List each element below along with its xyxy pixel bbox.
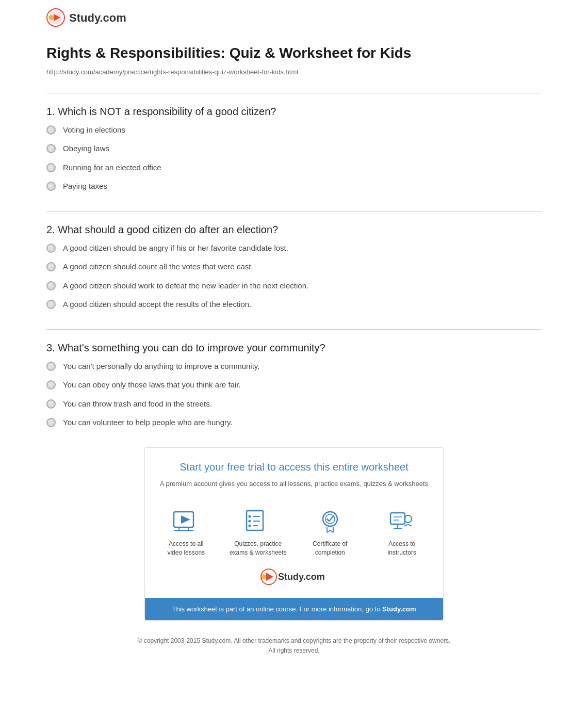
- feature-video: Access to allvideo lessons: [154, 509, 218, 557]
- promo-footer: This worksheet is part of an online cour…: [145, 598, 443, 621]
- question-3: 3. What's something you can do to improv…: [46, 340, 542, 429]
- option-label: Voting in elections: [63, 124, 125, 136]
- logo-text: Study.com: [69, 9, 126, 26]
- promo-subtext: A premium account gives you access to al…: [155, 479, 433, 489]
- page-url: http://study.com/academy/practice/rights…: [46, 67, 542, 77]
- promo-studycom-logo: Study.com: [145, 562, 443, 598]
- list-item[interactable]: You can throw trash and food in the stre…: [46, 398, 542, 410]
- logo-area: Study.com: [46, 8, 542, 27]
- feature-quizzes-label: Quizzes, practiceexams & worksheets: [230, 540, 287, 557]
- question-3-options: You can't personally do anything to impr…: [46, 361, 542, 429]
- radio-icon[interactable]: [46, 182, 56, 191]
- radio-icon[interactable]: [46, 399, 56, 409]
- list-item[interactable]: A good citizen should count all the vote…: [46, 261, 542, 273]
- radio-icon[interactable]: [46, 362, 56, 371]
- feature-certificate-label: Certificate ofcompletion: [313, 540, 347, 557]
- svg-rect-22: [390, 513, 405, 524]
- option-label: Running for an elected office: [63, 162, 161, 174]
- radio-icon[interactable]: [46, 244, 56, 253]
- radio-icon[interactable]: [46, 300, 56, 309]
- radio-icon[interactable]: [46, 125, 56, 135]
- option-label: A good citizen should work to defeat the…: [63, 280, 308, 292]
- page-title: Rights & Responsibilities: Quiz & Worksh…: [46, 42, 542, 64]
- promo-footer-text: This worksheet is part of an online cour…: [172, 605, 382, 613]
- svg-point-10: [249, 515, 251, 518]
- list-item[interactable]: You can volunteer to help people who are…: [46, 417, 542, 429]
- studycom-logo-icon: [46, 8, 65, 27]
- list-item[interactable]: Running for an elected office: [46, 162, 542, 174]
- option-label: A good citizen should accept the results…: [63, 299, 251, 311]
- radio-icon[interactable]: [46, 380, 56, 390]
- promo-features: Access to allvideo lessons Quizzes, prac…: [145, 496, 443, 562]
- divider-q3: [46, 329, 542, 330]
- svg-text:Study.com: Study.com: [278, 572, 325, 582]
- svg-point-30: [261, 574, 266, 579]
- list-item[interactable]: You can't personally do anything to impr…: [46, 361, 542, 372]
- option-label: A good citizen should count all the vote…: [63, 261, 253, 273]
- svg-point-11: [249, 520, 251, 523]
- list-item[interactable]: Voting in elections: [46, 124, 542, 136]
- option-label: Paying taxes: [63, 181, 107, 192]
- option-label: You can throw trash and food in the stre…: [63, 398, 212, 410]
- question-3-text: 3. What's something you can do to improv…: [46, 340, 542, 355]
- question-2: 2. What should a good citizen do after a…: [46, 222, 542, 311]
- svg-point-3: [48, 15, 54, 20]
- list-item[interactable]: Paying taxes: [46, 181, 542, 192]
- studycom-logo-promo: Study.com: [260, 568, 328, 586]
- question-1-text: 1. Which is NOT a responsibility of a go…: [46, 104, 542, 119]
- radio-icon[interactable]: [46, 144, 56, 153]
- question-2-text: 2. What should a good citizen do after a…: [46, 222, 542, 237]
- option-label: You can obey only those laws that you th…: [63, 379, 241, 391]
- copyright-text: © copyright 2003-2015 Study.com. All oth…: [46, 636, 542, 666]
- list-item[interactable]: A good citizen should accept the results…: [46, 299, 542, 311]
- svg-point-12: [249, 525, 251, 527]
- question-1: 1. Which is NOT a responsibility of a go…: [46, 104, 542, 192]
- certificate-icon: [316, 509, 345, 534]
- list-item[interactable]: A good citizen should work to defeat the…: [46, 280, 542, 292]
- feature-video-label: Access to allvideo lessons: [167, 540, 205, 557]
- option-label: You can't personally do anything to impr…: [63, 361, 259, 372]
- svg-marker-5: [181, 515, 190, 524]
- promo-heading: Start your free trial to access this ent…: [155, 459, 433, 475]
- promo-box: Start your free trial to access this ent…: [144, 447, 444, 621]
- instructor-icon: [387, 509, 416, 534]
- video-icon: [172, 509, 201, 534]
- quiz-icon: [243, 509, 272, 534]
- promo-footer-link[interactable]: Study.com: [382, 605, 416, 613]
- feature-certificate: Certificate ofcompletion: [298, 509, 362, 557]
- radio-icon[interactable]: [46, 418, 56, 427]
- radio-icon[interactable]: [46, 281, 56, 290]
- radio-icon[interactable]: [46, 262, 56, 271]
- promo-header: Start your free trial to access this ent…: [145, 448, 443, 497]
- divider-q2: [46, 211, 542, 212]
- list-item[interactable]: Obeying laws: [46, 143, 542, 155]
- question-2-options: A good citizen should be angry if his or…: [46, 242, 542, 311]
- divider-q1: [46, 93, 542, 93]
- option-label: You can volunteer to help people who are…: [63, 417, 233, 429]
- question-1-options: Voting in elections Obeying laws Running…: [46, 124, 542, 192]
- option-label: Obeying laws: [63, 143, 109, 155]
- list-item[interactable]: You can obey only those laws that you th…: [46, 379, 542, 391]
- feature-instructors: Access toinstructors: [370, 509, 434, 557]
- radio-icon[interactable]: [46, 163, 56, 172]
- list-item[interactable]: A good citizen should be angry if his or…: [46, 242, 542, 254]
- feature-quizzes: Quizzes, practiceexams & worksheets: [226, 509, 290, 557]
- option-label: A good citizen should be angry if his or…: [63, 242, 288, 254]
- feature-instructors-label: Access toinstructors: [388, 540, 416, 557]
